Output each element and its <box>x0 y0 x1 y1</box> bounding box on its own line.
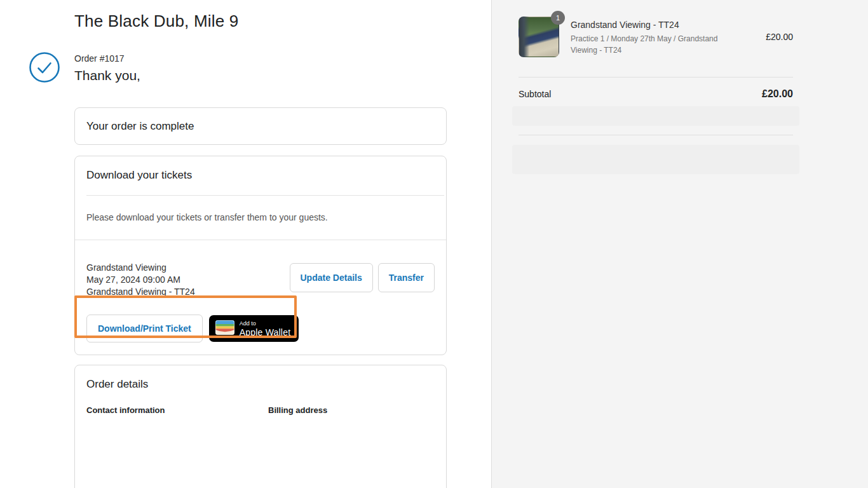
line-item-text: Grandstand Viewing - TT24 Practice 1 / M… <box>571 17 733 56</box>
order-details-title: Order details <box>86 378 435 391</box>
update-details-button[interactable]: Update Details <box>290 263 373 292</box>
quantity-badge: 1 <box>551 11 565 25</box>
order-details-columns: Contact information Billing address <box>86 405 435 415</box>
billing-address-heading: Billing address <box>268 405 327 415</box>
page-title: The Black Dub, Mile 9 <box>74 11 447 31</box>
ticket-variant: Grandstand Viewing - TT24 <box>86 286 195 298</box>
order-status-message: Your order is complete <box>86 121 435 132</box>
divider <box>519 135 793 135</box>
download-tickets-card: Download your tickets Please download yo… <box>74 156 447 355</box>
apple-wallet-label: Add to Apple Wallet <box>240 321 290 337</box>
ticket-row: Grandstand Viewing May 27, 2024 09:00 AM… <box>86 262 435 298</box>
download-tickets-title: Download your tickets <box>75 156 446 195</box>
ticket-datetime: May 27, 2024 09:00 AM <box>86 274 195 286</box>
line-item-title: Grandstand Viewing - TT24 <box>571 20 733 30</box>
contact-information-heading: Contact information <box>86 405 268 415</box>
order-number: Order #1017 <box>74 53 447 64</box>
order-details-card: Order details Contact information Billin… <box>74 365 447 488</box>
download-actions-row: Download/Print Ticket <box>86 315 435 342</box>
checkout-confirmation-page: The Black Dub, Mile 9 Order #1017 Thank … <box>0 0 868 488</box>
line-item-variant: Practice 1 / Monday 27th May / Grandstan… <box>571 33 733 56</box>
apple-wallet-icon <box>215 320 234 337</box>
ticket-info: Grandstand Viewing May 27, 2024 09:00 AM… <box>86 262 195 298</box>
product-thumbnail-wrap: 1 <box>519 17 559 57</box>
ticket-name: Grandstand Viewing <box>86 262 195 274</box>
divider <box>519 77 793 78</box>
subtotal-label: Subtotal <box>519 89 551 99</box>
subtotal-value: £20.00 <box>762 88 793 100</box>
transfer-button[interactable]: Transfer <box>378 263 435 292</box>
download-print-ticket-button[interactable]: Download/Print Ticket <box>86 315 203 342</box>
loading-placeholder-block <box>512 145 799 174</box>
loading-placeholder-block <box>512 106 799 126</box>
main-content: The Black Dub, Mile 9 Order #1017 Thank … <box>74 0 447 488</box>
main-column: The Black Dub, Mile 9 Order #1017 Thank … <box>0 0 491 488</box>
ticket-section: Grandstand Viewing May 27, 2024 09:00 AM… <box>75 240 446 355</box>
check-circle-icon <box>29 51 60 83</box>
order-summary-sidebar: 1 Grandstand Viewing - TT24 Practice 1 /… <box>491 0 868 488</box>
line-item-row: 1 Grandstand Viewing - TT24 Practice 1 /… <box>519 17 793 57</box>
ticket-actions: Update Details Transfer <box>290 263 435 292</box>
greeting-heading: Thank you, <box>74 68 447 83</box>
line-item-price: £20.00 <box>766 32 793 42</box>
order-summary-content: 1 Grandstand Viewing - TT24 Practice 1 /… <box>519 17 793 174</box>
add-to-apple-wallet-button[interactable]: Add to Apple Wallet <box>209 315 299 342</box>
order-status-card: Your order is complete <box>74 107 447 145</box>
download-tickets-description: Please download your tickets or transfer… <box>75 196 446 240</box>
subtotal-row: Subtotal £20.00 <box>519 88 793 100</box>
